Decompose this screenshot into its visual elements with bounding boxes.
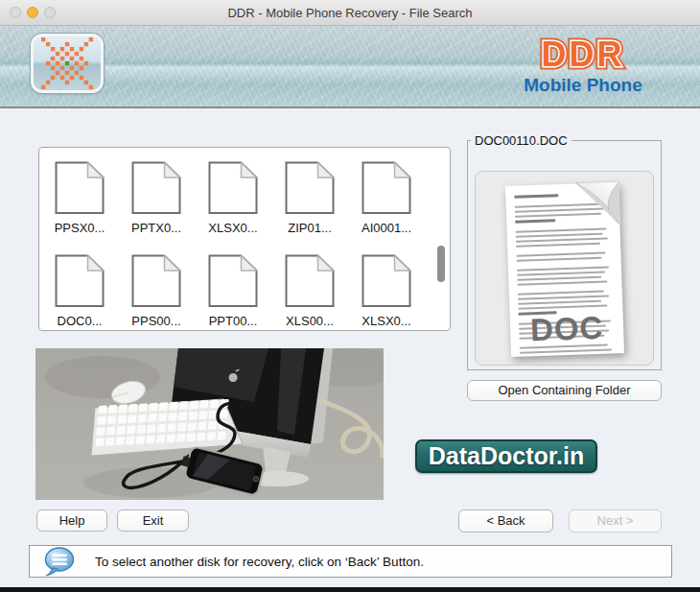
app-window: DDR - Mobile Phone Recovery - File Searc…	[0, 0, 700, 592]
help-button[interactable]: Help	[36, 509, 107, 532]
file-name: XLSX0...	[208, 221, 257, 235]
recovered-files-list[interactable]: PPSX0... PPTX0... XLSX0... ZIP01... AI00…	[38, 147, 451, 331]
document-preview: DOC	[475, 171, 654, 366]
blank-document-icon	[55, 254, 105, 308]
file-item[interactable]: XLSX0...	[348, 254, 425, 341]
file-item[interactable]: ZIP01...	[271, 161, 348, 248]
document-page-image: DOC	[505, 182, 624, 357]
file-item[interactable]: XLSX0...	[195, 161, 271, 248]
file-item[interactable]: AI0001...	[348, 161, 425, 248]
file-name: DOC0...	[58, 314, 103, 328]
file-item[interactable]: PPSX0...	[41, 161, 118, 248]
file-item[interactable]: PPTX0...	[118, 161, 195, 248]
window-title: DDR - Mobile Phone Recovery - File Searc…	[0, 6, 700, 20]
blank-document-icon	[55, 161, 105, 215]
file-name: PPTX0...	[131, 221, 181, 235]
status-message: To select another disk for recovery, cli…	[95, 555, 424, 569]
page-curl-icon	[575, 181, 621, 227]
file-name: PPS00...	[131, 314, 180, 328]
file-row: DOC0... PPS00... PPT00... XLS00... XLSX0…	[41, 254, 432, 341]
header-banner: DDR DDR DDR Mobile Phone	[0, 26, 700, 108]
app-logo	[31, 34, 104, 93]
blank-document-icon	[362, 161, 411, 215]
scrollbar-thumb[interactable]	[437, 246, 445, 282]
checkered-star-logo	[39, 36, 95, 91]
blank-document-icon	[285, 161, 335, 215]
blank-document-icon	[285, 254, 335, 308]
brand-title: DDR DDR DDR	[524, 36, 642, 74]
next-button[interactable]: Next >	[569, 509, 662, 533]
doc-watermark: DOC	[510, 309, 624, 349]
blank-document-icon	[131, 161, 181, 215]
file-name: AI0001...	[362, 221, 411, 235]
open-containing-folder-button[interactable]: Open Containing Folder	[467, 380, 662, 401]
exit-button[interactable]: Exit	[117, 509, 189, 532]
brand-subtitle: Mobile Phone	[524, 75, 642, 96]
status-bar: To select another disk for recovery, cli…	[29, 545, 672, 578]
zoom-button[interactable]	[44, 7, 56, 18]
speech-bubble-icon	[43, 547, 78, 577]
file-row: PPSX0... PPTX0... XLSX0... ZIP01... AI00…	[41, 161, 432, 248]
imac-phone-photo	[35, 348, 384, 500]
preview-filename: DOC00110.DOC	[471, 133, 572, 148]
datadoctor-badge[interactable]: DataDoctor.in	[415, 439, 597, 473]
file-item[interactable]: XLS00...	[271, 254, 348, 341]
preview-group: DOC00110.DOC DOC	[467, 133, 662, 370]
imac-phone-illustration	[35, 348, 384, 500]
window-bottom-edge	[0, 587, 700, 592]
blank-document-icon	[131, 254, 181, 308]
titlebar: DDR - Mobile Phone Recovery - File Searc…	[0, 0, 700, 26]
close-button[interactable]	[10, 7, 21, 18]
file-name: ZIP01...	[288, 221, 332, 235]
minimize-button[interactable]	[27, 7, 38, 18]
file-name: XLS00...	[286, 314, 334, 328]
blank-document-icon	[208, 161, 258, 215]
file-item[interactable]: DOC0...	[41, 254, 118, 341]
blank-document-icon	[208, 254, 258, 308]
file-name: PPSX0...	[55, 221, 105, 235]
traffic-lights	[10, 7, 56, 18]
file-name: PPT00...	[209, 314, 258, 328]
file-item[interactable]: PPT00...	[195, 254, 271, 341]
blank-document-icon	[362, 254, 411, 308]
back-button[interactable]: < Back	[458, 509, 553, 533]
file-item[interactable]: PPS00...	[118, 254, 195, 341]
file-name: XLSX0...	[362, 314, 410, 328]
